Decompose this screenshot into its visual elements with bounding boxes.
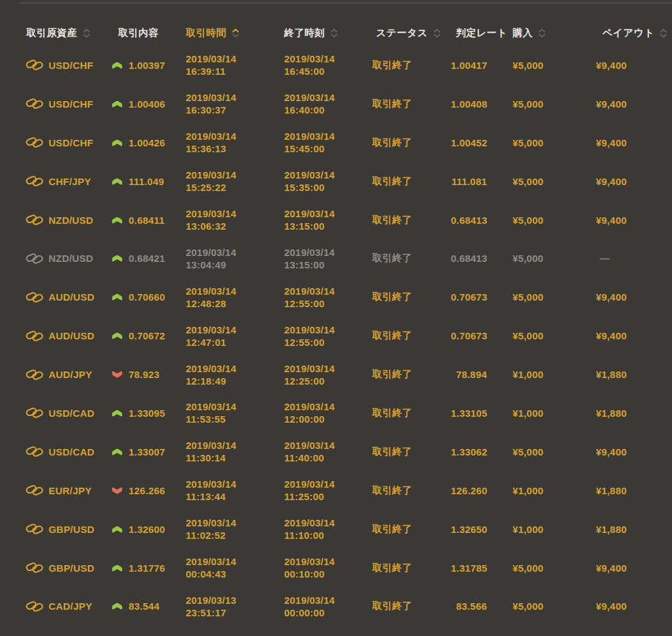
end-time: 11:25:00	[284, 490, 372, 503]
end-date: 2019/03/14	[284, 91, 372, 104]
currency-pair-icon	[26, 445, 43, 458]
sort-toggle-icon[interactable]	[330, 28, 338, 38]
status-cell: 取引終了	[372, 98, 451, 110]
column-header-trade_time[interactable]: 取引時間	[186, 28, 240, 39]
trade-content-cell: 1.00426	[110, 137, 186, 148]
trade-time: 15:25:22	[186, 181, 284, 194]
sort-toggle-icon[interactable]	[538, 28, 546, 38]
column-header-label: ペイアウト	[602, 27, 654, 39]
end-time-cell: 2019/03/14 12:55:00	[284, 285, 372, 310]
end-time-cell: 2019/03/14 11:40:00	[284, 439, 372, 464]
sort-toggle-icon[interactable]	[83, 28, 91, 38]
direction-up-icon	[112, 525, 123, 534]
end-date: 2019/03/14	[284, 285, 372, 297]
direction-up-icon	[112, 293, 123, 301]
status-cell: 取引終了	[372, 407, 451, 419]
column-header-label: 取引内容	[118, 27, 159, 39]
end-time: 12:25:00	[284, 375, 372, 387]
trade-time: 16:30:37	[186, 104, 284, 116]
sort-toggle-icon[interactable]	[232, 28, 240, 38]
purchase-cell: ¥5,000	[487, 562, 546, 574]
trade-time: 11:13:44	[186, 490, 284, 503]
trade-date: 2019/03/14	[186, 439, 284, 452]
trade-time: 15:36:13	[186, 142, 284, 155]
trade-time-cell: 2019/03/14 13:04:49	[186, 246, 284, 271]
payout-cell: ¥1,880	[546, 408, 627, 419]
status-cell: 取引終了	[372, 137, 451, 149]
end-date: 2019/03/14	[284, 400, 372, 413]
sort-toggle-icon[interactable]	[660, 28, 667, 38]
column-header-asset[interactable]: 取引原資産	[26, 28, 91, 39]
sort-toggle-icon[interactable]	[433, 28, 441, 38]
trade-time-cell: 2019/03/14 12:48:28	[186, 285, 284, 310]
payout-cell: ¥9,400	[546, 176, 627, 187]
payout-cell: ¥9,400	[546, 446, 627, 457]
end-time-cell: 2019/03/14 00:10:00	[284, 555, 372, 580]
table-row: NZD/USD 0.68421 2019/03/14 13:04:49 2019…	[0, 239, 672, 278]
purchase-cell: ¥5,000	[487, 330, 546, 341]
end-time: 00:10:00	[284, 568, 372, 580]
payout-cell: ¥1,880	[546, 524, 627, 535]
column-header-label: ステータス	[376, 27, 428, 39]
currency-pair-icon	[26, 213, 43, 226]
status-cell: 取引終了	[372, 562, 451, 574]
trade-date: 2019/03/14	[186, 517, 284, 529]
asset-cell: AUD/USD	[0, 329, 110, 343]
end-time: 12:00:00	[284, 413, 372, 425]
end-date: 2019/03/14	[284, 207, 372, 220]
trade-date: 2019/03/14	[186, 400, 284, 413]
trade-time: 12:18:49	[186, 375, 284, 387]
asset-label: GBP/USD	[49, 562, 94, 574]
column-header-payout[interactable]: ペイアウト	[602, 28, 667, 39]
payout-cell: —	[546, 253, 627, 264]
currency-pair-icon	[26, 252, 43, 265]
table-row: CHF/JPY 111.049 2019/03/14 15:25:22 2019…	[0, 162, 672, 201]
entry-rate: 0.68411	[129, 215, 165, 226]
asset-cell: USD/CHF	[0, 136, 110, 149]
trade-time-cell: 2019/03/14 13:06:32	[186, 207, 284, 232]
column-header-end_time[interactable]: 終了時刻	[284, 28, 338, 39]
trade-content-cell: 1.33007	[110, 446, 186, 457]
purchase-cell: ¥5,000	[487, 60, 546, 71]
end-date: 2019/03/14	[284, 246, 372, 259]
trade-date: 2019/03/14	[186, 362, 284, 375]
trade-time-cell: 2019/03/14 12:18:49	[186, 362, 284, 387]
column-header-status[interactable]: ステータス	[376, 28, 441, 39]
payout-cell: ¥9,400	[546, 137, 627, 148]
trade-date: 2019/03/14	[186, 478, 284, 490]
purchase-cell: ¥5,000	[487, 291, 546, 303]
table-row: NZD/USD 0.68411 2019/03/14 13:06:32 2019…	[0, 201, 672, 240]
end-date: 2019/03/14	[284, 130, 372, 142]
trade-content-cell: 0.70660	[110, 291, 186, 303]
column-header-label: 判定レート	[456, 27, 507, 39]
trade-date: 2019/03/14	[186, 555, 284, 568]
asset-cell: NZD/USD	[0, 213, 110, 226]
column-header-purchase[interactable]: 購入	[513, 28, 546, 39]
judgment-rate-cell: 0.68413	[451, 215, 487, 226]
trade-date: 2019/03/14	[186, 91, 284, 104]
end-time: 11:40:00	[284, 452, 372, 464]
end-date: 2019/03/14	[284, 555, 372, 568]
asset-cell: USD/CHF	[0, 97, 110, 110]
column-header-label: 取引原資産	[26, 27, 77, 39]
trade-date: 2019/03/14	[186, 130, 284, 142]
direction-up-icon	[112, 602, 123, 610]
trade-date: 2019/03/14	[186, 207, 284, 220]
end-time: 15:35:00	[284, 181, 372, 194]
direction-up-icon	[112, 61, 123, 70]
trade-time: 13:06:32	[186, 220, 284, 232]
purchase-cell: ¥5,000	[487, 253, 546, 264]
purchase-cell: ¥1,000	[487, 485, 546, 496]
direction-up-icon	[112, 100, 123, 108]
judgment-rate-cell: 0.70673	[451, 330, 487, 341]
trade-date: 2019/03/14	[186, 246, 284, 259]
entry-rate: 1.33095	[129, 408, 165, 419]
trade-time-cell: 2019/03/13 23:51:17	[186, 594, 284, 619]
trade-date: 2019/03/14	[186, 285, 284, 297]
column-header-label: 購入	[513, 27, 533, 39]
entry-rate: 78.923	[129, 369, 159, 380]
table-row: USD/CAD 1.33007 2019/03/14 11:30:14 2019…	[0, 433, 672, 471]
trade-time: 12:48:28	[186, 297, 284, 310]
asset-cell: GBP/USD	[0, 561, 110, 574]
asset-label: EUR/JPY	[49, 485, 92, 496]
